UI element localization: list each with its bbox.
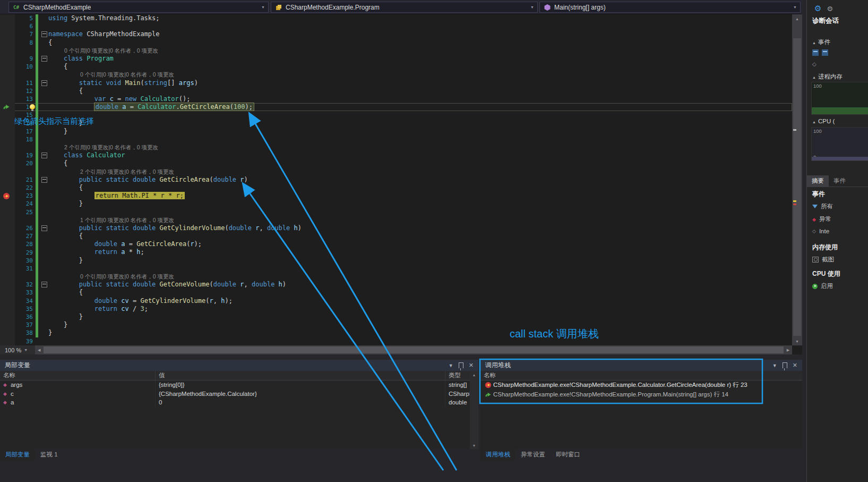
code-line[interactable]: 34 double cv = GetCylinderVolume(r, h); [0,297,792,305]
code-line[interactable]: 21 public static double GetCircleArea(do… [0,176,792,184]
code-text[interactable]: { [48,63,67,71]
scroll-down-arrow-icon[interactable]: ▼ [792,337,802,345]
breakpoint-margin[interactable] [0,289,15,297]
breakpoint-margin[interactable] [0,281,15,289]
settings-icon[interactable]: ⚙ [827,5,833,13]
vertical-scrollbar-thumb[interactable] [793,38,801,336]
window-position-icon[interactable]: ▼ [449,363,453,368]
scroll-down-arrow-icon[interactable]: ▼ [470,442,478,449]
breakpoint-margin[interactable] [0,265,15,273]
breakpoint-margin[interactable] [0,128,15,136]
callstack-row[interactable]: CSharpMethodExample.exe!CSharpMethodExam… [480,380,802,390]
code-line[interactable]: 9 class Program [0,55,792,63]
code-line[interactable]: 5using System.Threading.Tasks; [0,14,792,22]
enable-cpu-link[interactable]: 启用 [812,282,833,290]
collapse-box-icon[interactable] [41,177,47,183]
code-line[interactable]: 11 static void Main(string[] args) [0,79,792,87]
code-text[interactable]: } [48,128,67,136]
breakpoint-margin[interactable] [0,184,15,192]
code-line[interactable]: 25 [0,208,792,216]
code-line[interactable]: 13 var c = new Calculator(); [0,95,792,103]
breakpoint-margin[interactable] [0,321,15,329]
breakpoint-margin[interactable] [0,30,15,38]
code-text[interactable]: double cv = GetCylinderVolume(r, h); [48,297,233,305]
code-line[interactable]: 7namespace CSharpMethodExample [0,30,792,38]
horizontal-scroll-track[interactable]: ◀ ▶ [35,345,792,354]
fold-margin[interactable] [40,168,48,176]
fold-margin[interactable] [40,224,48,232]
scroll-up-arrow-icon[interactable]: ▲ [470,371,478,378]
fold-margin[interactable] [40,257,48,265]
code-line[interactable]: 22 { [0,184,792,192]
tab-调用堆栈[interactable]: 调用堆栈 [480,449,515,461]
fold-margin[interactable] [40,232,48,240]
zoom-control[interactable]: 100 % ▼ [0,347,30,353]
codelens-text[interactable]: 0 个引用|0 项更改|0 名作者，0 项更改 [48,47,158,55]
fold-margin[interactable] [40,248,48,256]
code-line[interactable]: 6 [0,22,792,30]
fold-margin[interactable] [40,305,48,313]
breakpoint-margin[interactable] [0,232,15,240]
vertical-splitter[interactable] [802,0,806,482]
code-text[interactable]: } [48,257,83,265]
code-text[interactable]: return Math.PI * r * r; [48,192,185,200]
fold-margin[interactable] [40,313,48,321]
code-line[interactable]: 14 double a = Calculator.GetCircleArea(1… [0,103,792,111]
codelens-text[interactable]: 2 个引用|0 项更改|0 名作者，0 项更改 [48,143,158,151]
code-line[interactable]: 37 } [0,321,792,329]
lightbulb-icon[interactable] [30,104,35,109]
code-text[interactable]: using System.Threading.Tasks; [48,14,160,22]
fold-margin[interactable] [40,71,48,79]
codelens-text[interactable]: 2 个引用|0 项更改|0 名作者，0 项更改 [48,168,174,176]
code-line[interactable]: 15 [0,111,792,119]
code-line[interactable]: 36 } [0,313,792,321]
code-text[interactable]: return a * h; [48,248,144,256]
code-text[interactable]: double a = Calculator.GetCircleArea(100)… [48,103,254,111]
code-line[interactable]: 29 return a * h; [0,248,792,256]
snapshot-link[interactable]: 截图 [812,256,834,264]
code-text[interactable]: static void Main(string[] args) [48,79,198,87]
tab-异常设置[interactable]: 异常设置 [515,449,551,461]
events-section-header[interactable]: ▲事件 [812,38,830,46]
collapse-box-icon[interactable] [41,225,47,231]
code-line[interactable]: 10 { [0,63,792,71]
breakpoint-margin[interactable] [0,168,15,176]
code-text[interactable]: { [48,159,67,167]
diag-tab-摘要[interactable]: 摘要 [807,175,829,187]
locals-col-name[interactable]: 名称 [0,371,156,380]
code-line[interactable]: 38} [0,329,792,337]
locals-row[interactable]: ◆a0double [0,398,478,407]
code-text[interactable]: namespace CSharpMethodExample [48,30,160,38]
locals-scrollbar[interactable]: ▲ ▼ [470,371,478,449]
fold-margin[interactable] [40,337,48,345]
code-line[interactable]: 26 public static double GetCylinderVolum… [0,224,792,232]
breakpoint-margin[interactable] [0,14,15,22]
code-text[interactable]: class Program [48,55,114,63]
collapse-box-icon[interactable] [41,56,47,62]
cpu-section-header[interactable]: ▲CPU ( [812,118,835,124]
intellitrace-link[interactable]: ◇Inte [812,228,829,234]
code-line[interactable]: 35 return cv / 3; [0,305,792,313]
code-text[interactable]: } [48,329,52,337]
pin-icon[interactable] [783,362,787,368]
code-text[interactable]: public static double GetCylinderVolume(d… [48,224,302,232]
tab-即时窗口[interactable]: 即时窗口 [551,449,586,461]
collapse-box-icon[interactable] [41,80,47,86]
breakpoint-margin[interactable] [0,192,15,200]
callstack-row[interactable]: CSharpMethodExample.exe!CSharpMethodExam… [480,390,802,400]
code-line[interactable]: 33 { [0,289,792,297]
breakpoint-margin[interactable] [0,176,15,184]
code-line[interactable]: 16 } [0,119,792,127]
diag-tab-事件[interactable]: 事件 [829,175,850,187]
codelens-text[interactable]: 1 个引用|0 项更改|0 名作者，0 项更改 [48,216,174,224]
breakpoint-margin[interactable] [0,216,15,224]
code-line[interactable]: 31 [0,265,792,273]
fold-margin[interactable] [40,103,48,111]
fold-margin[interactable] [40,176,48,184]
locals-row[interactable]: ◆args{string[0]}string[] [0,380,478,390]
code-line[interactable]: 39 [0,337,792,345]
scroll-right-arrow-icon[interactable]: ▶ [784,345,792,354]
scroll-left-arrow-icon[interactable]: ◀ [35,345,43,354]
breakpoint-margin[interactable] [0,273,15,281]
breakpoint-margin[interactable] [0,47,15,55]
